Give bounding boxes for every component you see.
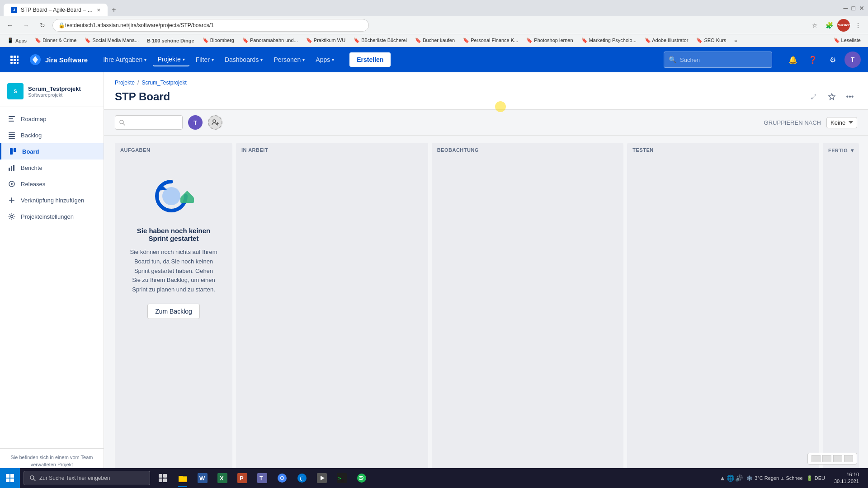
backlog-button[interactable]: Zum Backlog (147, 304, 200, 319)
media-btn[interactable] (313, 468, 331, 488)
sidebar-item-add-link[interactable]: Verknüpfung hinzufügen (0, 192, 104, 208)
fertig-chevron-icon[interactable]: ▾ (851, 147, 854, 154)
bookmark-bloomberg[interactable]: 🔖 Bloomberg (199, 37, 238, 44)
svg-rect-2 (17, 56, 19, 58)
sidebar-item-releases[interactable]: Releases (0, 176, 104, 192)
user-avatar[interactable]: T (844, 52, 861, 68)
star-bookmark-icon[interactable]: ☆ (808, 19, 821, 32)
page-title-actions: ••• (807, 89, 857, 104)
nav-apps[interactable]: Apps ▾ (311, 53, 339, 66)
group-by-select[interactable]: Keine (826, 117, 857, 128)
notifications-icon[interactable]: 🔔 (785, 52, 801, 68)
tray-up-icon[interactable]: ▲ (719, 474, 726, 482)
maximize-btn[interactable]: □ (852, 5, 855, 12)
bookmark-finance[interactable]: 🔖 Personal Finance K... (459, 37, 522, 44)
forward-btn[interactable]: → (20, 19, 33, 32)
jira-logo[interactable]: Jira Software (29, 53, 88, 66)
search-bar[interactable]: 🔍 (664, 52, 772, 68)
edit-title-btn[interactable] (807, 89, 821, 104)
address-bar[interactable]: 🔒 testdeutsch1.atlassian.net/jira/softwa… (52, 19, 369, 32)
svg-text:>_: >_ (338, 475, 344, 481)
file-explorer-btn[interactable] (174, 468, 192, 488)
tray-volume-icon[interactable]: 🔊 (735, 474, 743, 482)
star-board-btn[interactable] (825, 89, 839, 104)
svg-rect-38 (10, 479, 14, 482)
bookmark-more[interactable]: » (731, 37, 741, 44)
sidebar-item-board[interactable]: Board (0, 143, 104, 160)
help-icon[interactable]: ❓ (805, 52, 821, 68)
bookmark-buecherliste[interactable]: 🔖 Bücherliste Bücherei (350, 37, 410, 44)
board-search-input[interactable] (128, 119, 173, 126)
refresh-btn[interactable]: ↻ (36, 19, 49, 32)
close-btn[interactable]: ✕ (859, 5, 864, 12)
column-aufgaben-header: AUFGABEN (115, 143, 232, 157)
project-info: Scrum_Testprojekt Softwareprojekt (28, 85, 81, 98)
user-avatar-filter[interactable]: T (188, 115, 203, 130)
board-search[interactable] (115, 115, 183, 130)
column-testen: TESTEN (627, 143, 819, 477)
bookmark-praktikum[interactable]: 🔖 Praktikum WU (302, 37, 349, 44)
profile-button[interactable]: Pausiert (837, 19, 850, 32)
menu-icon[interactable]: ⋮ (852, 19, 864, 32)
more-options-btn[interactable]: ••• (843, 89, 857, 104)
new-tab-button[interactable]: + (108, 4, 120, 16)
sidebar-item-backlog[interactable]: Backlog (0, 127, 104, 143)
sidebar-item-berichte[interactable]: Berichte (0, 160, 104, 176)
minimize-btn[interactable]: ─ (844, 5, 848, 12)
content-area: Projekte / Scrum_Testprojekt STP Board •… (104, 72, 868, 488)
taskbar-clock[interactable]: 16:10 30.11.2021 (829, 471, 864, 485)
bookmark-panorama[interactable]: 🔖 Panoramabahn und... (239, 37, 302, 44)
start-button[interactable] (0, 468, 20, 488)
waffle-menu-button[interactable] (7, 52, 22, 67)
edge-btn[interactable] (293, 468, 311, 488)
powerpoint-btn[interactable]: P (233, 468, 251, 488)
breadcrumb-projekte[interactable]: Projekte (115, 80, 135, 86)
bookmark-buecher-kaufen[interactable]: 🔖 Bücher kaufen (411, 37, 458, 44)
breadcrumb-project[interactable]: Scrum_Testprojekt (142, 80, 186, 86)
roadmap-icon (7, 114, 16, 123)
teams-btn[interactable]: T (253, 468, 271, 488)
nav-personen[interactable]: Personen ▾ (269, 53, 309, 66)
taskview-btn[interactable] (154, 468, 172, 488)
clock-time: 16:10 (834, 471, 859, 478)
bookmark-marketing[interactable]: 🔖 Marketing Psycholo... (578, 37, 640, 44)
nav-dashboards[interactable]: Dashboards ▾ (220, 53, 268, 66)
bookmark-100[interactable]: B 100 schöne Dinge (143, 37, 198, 44)
chevron-down-icon: ▾ (212, 57, 214, 62)
spotify-btn[interactable] (353, 468, 371, 488)
nav-ihre-aufgaben[interactable]: Ihre Aufgaben ▾ (99, 53, 151, 66)
bookmark-seo[interactable]: 🔖 SEO Kurs (693, 37, 730, 44)
create-button[interactable]: Erstellen (349, 52, 391, 67)
bookmark-social[interactable]: 🔖 Social Media Mana... (81, 37, 142, 44)
add-member-filter-btn[interactable] (208, 115, 222, 130)
column-in-arbeit-header: IN ARBEIT (236, 143, 428, 157)
taskbar-icons: W X P T >_ (154, 468, 371, 488)
sidebar-project: S Scrum_Testprojekt Softwareprojekt (0, 80, 104, 107)
terminal-btn[interactable]: >_ (333, 468, 351, 488)
back-btn[interactable]: ← (4, 19, 16, 32)
weather-widget[interactable]: ❄️ 3°C Regen u. Schnee (745, 474, 805, 483)
tray-network-icon[interactable]: 🌐 (726, 474, 734, 482)
taskbar-search[interactable]: Zur Suche Text hier eingeben (24, 471, 150, 485)
nav-filter[interactable]: Filter ▾ (191, 53, 218, 66)
bookmark-adobe[interactable]: 🔖 Adobe Illustrator (641, 37, 692, 44)
active-tab[interactable]: J STP Board – Agile-Board – Jira ✕ (4, 4, 108, 16)
nav-projekte[interactable]: Projekte ▾ (153, 53, 189, 66)
word-btn[interactable]: W (193, 468, 212, 488)
browser-chrome: J STP Board – Agile-Board – Jira ✕ + ─ □… (0, 0, 868, 16)
bottom-right-panel (807, 453, 857, 465)
show-desktop-btn[interactable] (864, 468, 868, 488)
extensions-icon[interactable]: 🧩 (823, 19, 835, 32)
excel-btn[interactable]: X (213, 468, 231, 488)
sidebar-item-roadmap[interactable]: Roadmap (0, 111, 104, 127)
settings-icon[interactable]: ⚙ (825, 52, 841, 68)
sidebar-item-settings[interactable]: Projekteinstellungen (0, 208, 104, 225)
bookmark-apps[interactable]: 📱 Apps (4, 37, 30, 44)
tab-close-btn[interactable]: ✕ (97, 8, 100, 13)
search-input[interactable] (680, 56, 767, 63)
search-icon (119, 119, 125, 126)
bookmark-dinner[interactable]: 🔖 Dinner & Crime (31, 37, 80, 44)
bookmark-leseliste[interactable]: 🔖 Leseliste (830, 37, 864, 44)
bookmark-photoshop[interactable]: 🔖 Photoshop lernen (523, 37, 576, 44)
chrome-btn[interactable] (273, 468, 291, 488)
